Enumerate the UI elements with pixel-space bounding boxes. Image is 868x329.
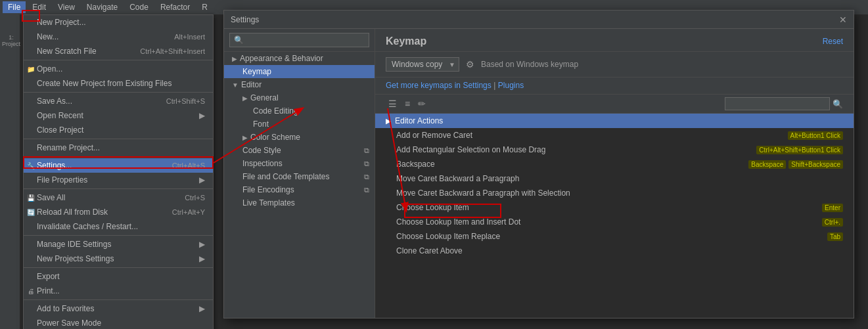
separator-7 (24, 267, 213, 268)
settings-content-panel: Keymap Reset Windows copy ▼ ⚙ Based on W… (375, 29, 854, 318)
menu-item-create-from-existing[interactable]: Create New Project from Existing Files (24, 76, 213, 91)
file-properties-arrow: ▶ (199, 175, 205, 185)
add-favorites-arrow: ▶ (199, 304, 205, 313)
add-rect-selection-shortcut: Ctrl+Alt+Shift+Button1 Click (756, 146, 843, 154)
backspace-label: Backspace (386, 160, 743, 169)
menu-item-export[interactable]: Export (24, 269, 213, 284)
tree-item-live-templates[interactable]: Live Templates (224, 196, 375, 209)
settings-search-input[interactable] (229, 33, 369, 47)
menu-item-add-favorites[interactable]: Add to Favorites ▶ (24, 301, 213, 316)
action-row-choose-lookup-replace[interactable]: Choose Lookup Item Replace Tab (375, 229, 854, 244)
choose-lookup-shortcut: Enter (822, 204, 843, 212)
keymap-controls: Windows copy ▼ ⚙ Based on Windows keymap (375, 52, 854, 77)
tree-item-file-encodings[interactable]: File Encodings ⧉ (224, 183, 375, 196)
settings-close-button[interactable]: ✕ (839, 14, 847, 25)
action-row-move-caret-backward[interactable]: Move Caret Backward a Paragraph (375, 171, 854, 186)
tree-item-font[interactable]: Font (224, 118, 375, 131)
action-row-clone-caret[interactable]: Clone Caret Above (375, 244, 854, 258)
tree-item-code-editing[interactable]: Code Editing (224, 104, 375, 118)
actions-area: ☰ ≡ ✏ 🔍 ▶ Editor Actions Add or R (375, 95, 854, 318)
menu-item-invalidate[interactable]: Invalidate Caches / Restart... (24, 219, 213, 234)
actions-toolbar: ☰ ≡ ✏ 🔍 (375, 95, 854, 114)
tree-item-inspections[interactable]: Inspections ⧉ (224, 157, 375, 170)
settings-shortcut: Ctrl+Alt+S (172, 162, 205, 169)
editor-label: Editor (241, 80, 262, 89)
menu-r[interactable]: R (196, 1, 213, 13)
file-encodings-label: File Encodings (242, 185, 294, 194)
editor-actions-label: Editor Actions (395, 116, 843, 125)
ide-sidebar: 1: Project (0, 14, 20, 329)
action-row-add-rect-selection[interactable]: Add Rectangular Selection on Mouse Drag … (375, 143, 854, 157)
menu-item-file-properties[interactable]: File Properties ▶ (24, 173, 213, 187)
tree-item-general[interactable]: ▶ General (224, 91, 375, 104)
action-row-choose-lookup-dot[interactable]: Choose Lookup Item and Insert Dot Ctrl+. (375, 215, 854, 229)
collapse-all-button[interactable]: ≡ (402, 97, 413, 110)
menu-view[interactable]: View (53, 1, 80, 13)
backspace-shortcut1: Backspace (748, 160, 786, 169)
general-label: General (250, 93, 279, 102)
open-recent-arrow: ▶ (199, 111, 205, 120)
menu-item-manage-ide[interactable]: Manage IDE Settings ▶ (24, 237, 213, 252)
color-scheme-label: Color Scheme (250, 133, 300, 142)
menu-item-power-save[interactable]: Power Save Mode (24, 316, 213, 329)
menu-item-open[interactable]: 📁 Open... (24, 62, 213, 76)
keymap-gear-icon[interactable]: ⚙ (466, 59, 474, 70)
tree-item-editor[interactable]: ▼ Editor (224, 78, 375, 91)
menu-item-save-as[interactable]: Save As... Ctrl+Shift+S (24, 94, 213, 108)
separator-8 (24, 299, 213, 300)
code-editing-label: Code Editing (253, 106, 298, 116)
actions-search-area: 🔍 (725, 97, 843, 110)
tree-item-code-style[interactable]: Code Style ⧉ (224, 144, 375, 157)
menu-code[interactable]: Code (124, 1, 154, 13)
menu-edit[interactable]: Edit (27, 1, 51, 13)
settings-body: ▶ Appearance & Behavior Keymap ▼ Editor … (224, 29, 854, 318)
tree-item-color-scheme[interactable]: ▶ Color Scheme (224, 131, 375, 144)
menu-item-print[interactable]: 🖨 Print... (24, 284, 213, 298)
menu-navigate[interactable]: Navigate (81, 1, 123, 13)
menu-item-new-scratch[interactable]: New Scratch File Ctrl+Alt+Shift+Insert (24, 44, 213, 58)
action-row-choose-lookup[interactable]: Choose Lookup Item Enter (375, 200, 854, 215)
choose-lookup-dot-shortcut: Ctrl+. (822, 218, 843, 227)
move-caret-backward-label: Move Caret Backward a Paragraph (386, 174, 843, 183)
actions-search-input[interactable] (725, 97, 830, 110)
new-shortcut: Alt+Insert (174, 33, 205, 41)
menu-file[interactable]: File (3, 1, 26, 13)
action-row-add-remove-caret[interactable]: Add or Remove Caret Alt+Button1 Click (375, 128, 854, 143)
action-row-backspace[interactable]: Backspace Backspace Shift+Backspace (375, 157, 854, 171)
open-recent-label: Open Recent (37, 111, 83, 120)
file-menu-dropdown: New Project... New... Alt+Insert New Scr… (23, 14, 214, 329)
menu-item-close-project[interactable]: Close Project (24, 123, 213, 137)
code-style-label: Code Style (242, 146, 281, 155)
edit-shortcut-button[interactable]: ✏ (415, 97, 428, 110)
action-row-move-caret-backward-selection[interactable]: Move Caret Backward a Paragraph with Sel… (375, 186, 854, 200)
expand-all-button[interactable]: ☰ (386, 97, 400, 110)
folder-icon: 📁 (26, 64, 35, 74)
menu-item-save-all[interactable]: 💾 Save All Ctrl+S (24, 190, 213, 205)
menu-item-rename-project[interactable]: Rename Project... (24, 141, 213, 155)
appearance-arrow-icon: ▶ (232, 55, 237, 62)
actions-table: ▶ Editor Actions Add or Remove Caret Alt… (375, 114, 854, 318)
menu-item-open-recent[interactable]: Open Recent ▶ (24, 108, 213, 123)
menu-item-reload[interactable]: 🔄 Reload All from Disk Ctrl+Alt+Y (24, 205, 213, 219)
settings-tree-panel: ▶ Appearance & Behavior Keymap ▼ Editor … (224, 29, 375, 318)
menu-item-new[interactable]: New... Alt+Insert (24, 30, 213, 44)
tree-item-keymap[interactable]: Keymap (224, 65, 375, 78)
separator-2 (24, 92, 213, 93)
reset-button[interactable]: Reset (823, 37, 843, 46)
keymap-select[interactable]: Windows copy (386, 57, 459, 72)
open-label: Open... (37, 64, 62, 74)
tree-item-appearance[interactable]: ▶ Appearance & Behavior (224, 52, 375, 65)
code-style-icon: ⧉ (364, 146, 369, 155)
plugins-link[interactable]: Plugins (498, 81, 524, 90)
tree-item-file-code-templates[interactable]: File and Code Templates ⧉ (224, 170, 375, 183)
manage-ide-arrow: ▶ (199, 240, 205, 249)
menu-item-new-project[interactable]: New Project... (24, 15, 213, 30)
get-more-keymaps-link[interactable]: Get more keymaps in Settings (386, 81, 491, 90)
menu-item-settings[interactable]: 🔧 Settings... Ctrl+Alt+S (24, 158, 213, 173)
menu-item-new-projects-settings[interactable]: New Projects Settings ▶ (24, 252, 213, 266)
new-projects-settings-label: New Projects Settings (37, 254, 114, 263)
menu-refactor[interactable]: Refactor (155, 1, 195, 13)
action-row-editor-actions[interactable]: ▶ Editor Actions (375, 114, 854, 128)
export-label: Export (37, 272, 60, 281)
file-properties-label: File Properties (37, 175, 87, 185)
